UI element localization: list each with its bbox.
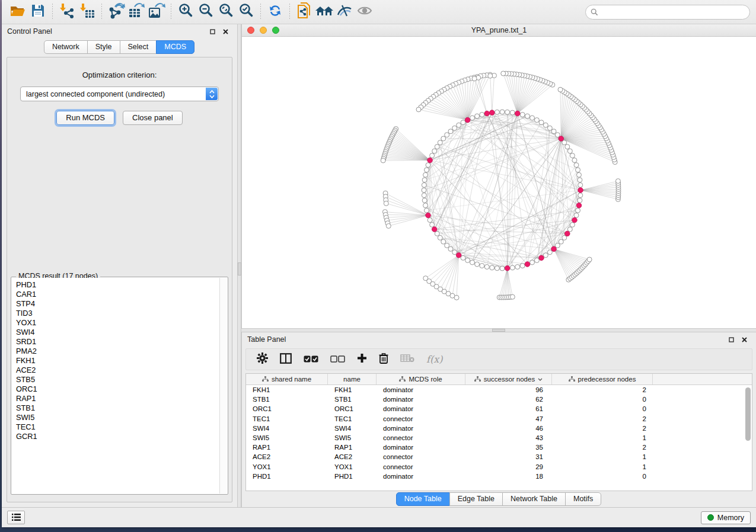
table-row[interactable]: YOX1YOX1connector291 xyxy=(246,462,752,472)
node-table: shared namenameMCDS rolesuccessor nodesp… xyxy=(245,373,752,491)
minimize-window-icon[interactable] xyxy=(260,27,267,34)
column-header-shared-name[interactable]: shared name xyxy=(246,374,328,384)
column-header-name[interactable]: name xyxy=(328,374,377,384)
tab-node-table[interactable]: Node Table xyxy=(396,492,450,506)
horizontal-splitter[interactable] xyxy=(241,328,756,332)
mcds-result-item[interactable]: YOX1 xyxy=(16,318,227,328)
mcds-result-item[interactable]: ACE2 xyxy=(16,366,227,375)
deselect-all-rows-button[interactable] xyxy=(330,354,345,365)
hide-selected-button[interactable] xyxy=(334,2,355,21)
mcds-result-item[interactable]: STP4 xyxy=(16,299,227,309)
column-settings-gear-button[interactable] xyxy=(257,352,268,366)
table-row[interactable]: SWI5SWI5connector431 xyxy=(246,433,752,443)
mcds-result-item[interactable]: RAP1 xyxy=(16,394,227,403)
network-window-titlebar[interactable]: YPA_prune.txt_1 xyxy=(242,24,756,37)
select-all-rows-button[interactable] xyxy=(304,354,318,365)
delete-table-button[interactable] xyxy=(400,354,414,365)
close-table-panel-button[interactable] xyxy=(738,335,751,344)
zoom-out-button[interactable] xyxy=(196,2,216,21)
delete-column-button[interactable] xyxy=(379,352,388,366)
toolbar-separator xyxy=(289,4,290,20)
open-session-button[interactable] xyxy=(8,2,28,21)
mcds-result-item[interactable]: PHD1 xyxy=(16,280,227,290)
tab-network-table[interactable]: Network Table xyxy=(502,492,566,506)
run-mcds-button[interactable]: Run MCDS xyxy=(56,111,114,125)
tab-style[interactable]: Style xyxy=(87,40,120,54)
table-scrollbar-thumb[interactable] xyxy=(745,387,751,441)
function-builder-button[interactable]: f(x) xyxy=(426,354,442,365)
import-table-button[interactable] xyxy=(77,2,97,21)
close-window-icon[interactable] xyxy=(247,27,254,34)
save-session-button[interactable] xyxy=(28,2,48,21)
splitter-handle[interactable] xyxy=(492,329,505,332)
mcds-result-item[interactable]: ORC1 xyxy=(16,384,227,394)
search-input[interactable] xyxy=(601,7,745,17)
show-all-button[interactable] xyxy=(355,2,375,21)
column-header-successor-nodes[interactable]: successor nodes xyxy=(465,374,552,384)
add-column-button[interactable] xyxy=(357,353,367,366)
tab-mcds[interactable]: MCDS xyxy=(156,40,194,54)
table-cell: YOX1 xyxy=(328,463,377,470)
mcds-result-item[interactable]: STB1 xyxy=(16,403,227,413)
export-image-button[interactable] xyxy=(146,2,167,21)
table-cell: dominator xyxy=(377,425,465,432)
tab-edge-table[interactable]: Edge Table xyxy=(449,492,503,506)
float-panel-button[interactable] xyxy=(206,27,219,36)
show-columns-button[interactable] xyxy=(280,353,292,366)
table-cell: 2 xyxy=(552,425,653,432)
memory-button[interactable]: Memory xyxy=(701,511,751,524)
mcds-result-item[interactable]: PMA2 xyxy=(16,347,227,356)
maximize-window-icon[interactable] xyxy=(272,27,279,34)
table-cell: TEC1 xyxy=(246,415,328,422)
mcds-result-item[interactable]: STB5 xyxy=(16,375,227,384)
table-row[interactable]: ORC1ORC1dominator610 xyxy=(246,404,752,414)
close-panel-button[interactable] xyxy=(219,27,232,36)
mcds-result-item[interactable]: CAR1 xyxy=(16,290,227,299)
table-row[interactable]: SWI4SWI4dominator462 xyxy=(246,424,752,433)
table-row[interactable]: ACE2ACE2connector311 xyxy=(246,452,752,462)
export-table-button[interactable] xyxy=(126,2,146,21)
table-cell: connector xyxy=(377,453,465,460)
zoom-selected-button[interactable] xyxy=(236,2,256,21)
table-cell: connector xyxy=(377,463,465,470)
table-row[interactable]: FKH1FKH1dominator962 xyxy=(246,385,752,395)
export-network-button[interactable] xyxy=(106,2,126,21)
mcds-list-scrollbar[interactable] xyxy=(219,278,227,493)
mcds-result-item[interactable]: SRD1 xyxy=(16,337,227,347)
table-row[interactable]: STB1STB1dominator620 xyxy=(246,395,752,404)
float-table-panel-button[interactable] xyxy=(725,335,738,344)
mcds-result-group: MCDS result (17 nodes) PHD1CAR1STP4TID3Y… xyxy=(11,277,228,495)
first-neighbors-button[interactable] xyxy=(314,2,334,21)
mcds-result-list[interactable]: PHD1CAR1STP4TID3YOX1SWI4SRD1PMA2FKH1ACE2… xyxy=(12,278,227,493)
column-label: name xyxy=(343,376,361,383)
import-network-button[interactable] xyxy=(57,2,77,21)
tab-network[interactable]: Network xyxy=(44,40,88,54)
mcds-result-item[interactable]: SWI5 xyxy=(16,413,227,422)
mcds-result-item[interactable]: TID3 xyxy=(16,309,227,318)
columns-icon xyxy=(280,353,292,366)
table-row[interactable]: RAP1RAP1dominator352 xyxy=(246,443,752,452)
mcds-result-item[interactable]: SWI4 xyxy=(16,328,227,337)
mcds-result-item[interactable]: GCR1 xyxy=(16,432,227,441)
mcds-result-item[interactable]: FKH1 xyxy=(16,356,227,366)
mcds-result-item[interactable]: TEC1 xyxy=(16,422,227,432)
import-table-icon xyxy=(79,2,95,21)
splitter-handle[interactable] xyxy=(238,262,241,275)
table-row[interactable]: PHD1PHD1dominator180 xyxy=(246,472,752,481)
column-header-predecessor-nodes[interactable]: predecessor nodes xyxy=(552,374,653,384)
main-toolbar xyxy=(2,0,756,24)
zoom-in-button[interactable] xyxy=(176,2,196,21)
close-panel-button-mcds[interactable]: Close panel xyxy=(123,111,183,125)
show-panels-button[interactable] xyxy=(7,511,25,524)
network-canvas[interactable] xyxy=(242,37,756,328)
tab-motifs[interactable]: Motifs xyxy=(565,492,601,506)
criterion-select[interactable]: largest connected component (undirected) xyxy=(20,86,219,101)
tab-select[interactable]: Select xyxy=(120,40,157,54)
vertical-splitter[interactable] xyxy=(237,24,241,507)
table-row[interactable]: TEC1TEC1connector472 xyxy=(246,414,752,424)
column-header-MCDS-role[interactable]: MCDS role xyxy=(377,374,465,384)
new-network-from-selection-button[interactable] xyxy=(294,2,314,21)
zoom-fit-button[interactable] xyxy=(216,2,236,21)
refresh-button[interactable] xyxy=(265,2,285,21)
status-bar: Memory xyxy=(2,507,756,527)
